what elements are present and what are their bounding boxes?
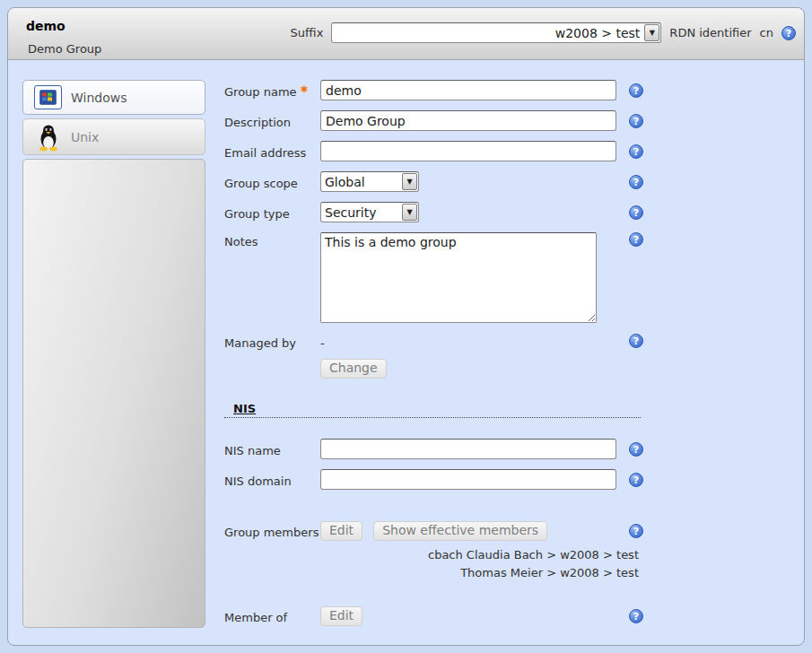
description-label: Description: [224, 113, 320, 129]
group-members-row: Group members Edit Show effective member…: [224, 521, 643, 541]
group-name-input[interactable]: [320, 80, 616, 100]
show-effective-members-button[interactable]: Show effective members: [373, 521, 547, 541]
member-of-label: Member of: [224, 608, 320, 624]
suffix-select[interactable]: w2008 > test ▼: [331, 22, 661, 43]
notes-row: Notes This is a demo group ?: [224, 232, 643, 323]
tab-windows-label: Windows: [71, 91, 127, 105]
managed-by-label: Managed by: [224, 334, 320, 350]
main-area: Windows: [8, 60, 804, 636]
tux-penguin-icon: [34, 124, 62, 151]
help-icon[interactable]: ?: [781, 26, 796, 40]
help-icon[interactable]: ?: [629, 175, 643, 189]
managed-by-row: Managed by - Change ?: [224, 334, 643, 379]
nis-name-row: NIS name ?: [224, 439, 643, 459]
member-list-item: Thomas Meier > w2008 > test: [224, 564, 639, 582]
nis-domain-row: NIS domain ?: [224, 469, 643, 490]
group-type-label: Group type: [224, 205, 320, 221]
help-icon[interactable]: ?: [629, 442, 643, 457]
help-icon[interactable]: ?: [629, 473, 643, 487]
description-input[interactable]: [320, 110, 616, 131]
description-row: Description ?: [224, 110, 643, 131]
page-title: demo: [26, 19, 65, 33]
group-editor-window: demo Demo Group Suffix w2008 > test ▼ RD…: [7, 7, 805, 646]
sidebar-panel: [22, 159, 205, 628]
member-list-item: cbach Claudia Bach > w2008 > test: [224, 546, 639, 564]
edit-members-button[interactable]: Edit: [320, 521, 362, 541]
email-row: Email address ?: [224, 141, 643, 161]
help-icon[interactable]: ?: [629, 83, 643, 98]
group-type-select[interactable]: Security ▼: [320, 202, 419, 222]
change-button[interactable]: Change: [320, 359, 387, 379]
nis-domain-input[interactable]: [320, 469, 616, 490]
rdn-identifier-value: cn: [760, 26, 773, 39]
email-label: Email address: [224, 144, 320, 160]
group-members-list: cbach Claudia Bach > w2008 > test Thomas…: [224, 546, 639, 582]
tab-windows[interactable]: Windows: [22, 80, 205, 115]
tab-unix-label: Unix: [71, 130, 99, 144]
windows-logo-icon: [34, 85, 62, 109]
group-name-row: Group name ✱ ?: [224, 80, 643, 100]
suffix-select-value: w2008 > test: [332, 26, 643, 40]
header-right-controls: Suffix w2008 > test ▼ RDN identifier cn …: [291, 22, 796, 43]
group-scope-value: Global: [321, 175, 401, 189]
nis-name-input[interactable]: [320, 439, 616, 459]
group-scope-select[interactable]: Global ▼: [320, 171, 419, 192]
member-of-row: Member of Edit ?: [224, 606, 643, 626]
help-icon[interactable]: ?: [629, 205, 643, 220]
chevron-down-icon[interactable]: ▼: [402, 173, 417, 190]
chevron-down-icon[interactable]: ▼: [402, 204, 417, 221]
header-bar: demo Demo Group Suffix w2008 > test ▼ RD…: [8, 8, 804, 60]
page-subtitle: Demo Group: [28, 42, 101, 56]
help-icon[interactable]: ?: [629, 232, 643, 247]
group-name-label: Group name ✱: [224, 82, 320, 99]
notes-label: Notes: [224, 232, 320, 248]
help-icon[interactable]: ?: [629, 609, 643, 623]
help-icon[interactable]: ?: [629, 144, 643, 159]
group-type-value: Security: [321, 205, 401, 220]
email-input[interactable]: [320, 141, 616, 161]
required-marker-icon: ✱: [301, 84, 308, 94]
help-icon[interactable]: ?: [629, 524, 643, 538]
group-form: Group name ✱ ? Description ? Email addre…: [224, 80, 643, 636]
nis-section-title: NIS: [233, 402, 256, 415]
nis-section-header: NIS: [224, 402, 641, 418]
nis-domain-label: NIS domain: [224, 472, 320, 488]
tab-unix[interactable]: Unix: [22, 118, 205, 155]
group-members-label: Group members: [224, 523, 320, 539]
nis-name-label: NIS name: [224, 441, 320, 457]
group-type-row: Group type Security ▼ ?: [224, 202, 643, 222]
edit-member-of-button[interactable]: Edit: [320, 606, 362, 626]
group-scope-label: Group scope: [224, 174, 320, 190]
notes-textarea[interactable]: This is a demo group: [320, 232, 597, 323]
managed-by-value: -: [320, 334, 618, 350]
suffix-label: Suffix: [291, 26, 324, 39]
group-scope-row: Group scope Global ▼ ?: [224, 171, 643, 192]
sidebar-tabs: Windows: [22, 80, 205, 636]
help-icon[interactable]: ?: [629, 114, 643, 128]
chevron-down-icon[interactable]: ▼: [644, 24, 659, 41]
rdn-identifier-label: RDN identifier: [669, 26, 751, 39]
help-icon[interactable]: ?: [629, 334, 643, 348]
